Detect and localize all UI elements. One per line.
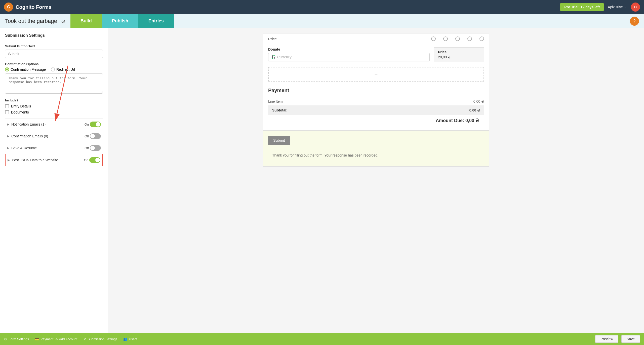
tab-bar: Build Publish Entries	[70, 14, 174, 28]
notification-toggle[interactable]: On	[85, 122, 101, 127]
price-box-label: Price	[438, 50, 480, 54]
line-item-row: Line Item 0,00 ₴	[268, 97, 484, 106]
payment-button[interactable]: 💳 Payment: ⚠ Add Account	[35, 337, 77, 341]
submit-button-input[interactable]	[5, 50, 103, 58]
form-settings-button[interactable]: ⚙ Form Settings	[4, 337, 29, 341]
confirmation-emails-row[interactable]: ▶ Confirmation Emails (0) Off	[5, 130, 103, 142]
documents-checkbox[interactable]: Documents	[5, 110, 103, 114]
currency-icon: 💱	[271, 55, 276, 59]
arrow-right-icon: ▶	[7, 146, 9, 150]
apixdrive-button[interactable]: ApixDrive ⌄	[608, 5, 627, 9]
save-button[interactable]: Save	[621, 335, 640, 343]
submit-area: Submit Thank you for filling out the for…	[263, 130, 489, 166]
line-item-label: Line Item	[268, 99, 283, 103]
post-json-toggle[interactable]: On	[84, 157, 100, 163]
toggle-off-label: Off	[85, 146, 89, 150]
price-radio-options	[431, 36, 484, 41]
price-box-value: 20,00 ₴	[438, 55, 480, 59]
users-button[interactable]: 👥 Users	[123, 337, 137, 341]
payment-icon: 💳	[35, 337, 39, 341]
check-circle-icon[interactable]: ⊙	[61, 18, 65, 24]
form-preview: Price Donate 💱 Currency	[263, 33, 489, 167]
gear-icon: ⚙	[4, 337, 7, 341]
price-radio-3[interactable]	[455, 36, 460, 41]
entry-details-checkbox[interactable]: Entry Details	[5, 104, 103, 108]
post-json-row[interactable]: ▶ Post JSON Data to a Website On	[5, 154, 103, 166]
toggle-on-label: On	[85, 123, 89, 126]
pro-trial-button[interactable]: Pro Trial: 12 days left	[560, 3, 604, 11]
logo-area: C Cognito Forms	[4, 3, 51, 12]
submission-icon: ↗	[83, 337, 86, 341]
toggle-thumb	[96, 122, 100, 127]
tab-publish[interactable]: Publish	[102, 14, 138, 28]
notification-emails-row[interactable]: ▶ Notification Emails (1) On	[5, 118, 103, 130]
confirmation-message-radio[interactable]: Confirmation Message	[5, 67, 46, 71]
left-panel: Submission Settings Submit Button Text C…	[0, 28, 108, 333]
currency-placeholder: Currency	[277, 55, 292, 59]
help-button[interactable]: ?	[630, 17, 639, 26]
bottom-right: Preview Save	[595, 335, 640, 343]
toggle-track[interactable]	[89, 157, 100, 163]
subtotal-label: Subtotal:	[272, 108, 288, 112]
radio-unselected-icon	[51, 67, 55, 71]
app-name: Cognito Forms	[16, 4, 51, 10]
arrow-right-icon: ▶	[8, 158, 10, 162]
submit-button[interactable]: Submit	[268, 136, 290, 145]
currency-input[interactable]: 💱 Currency	[268, 53, 430, 61]
chevron-down-icon: ⌄	[624, 5, 627, 9]
tab-entries[interactable]: Entries	[138, 14, 174, 28]
save-resume-label: Save & Resume	[11, 146, 85, 150]
main-layout: Submission Settings Submit Button Text C…	[0, 28, 644, 333]
price-radio-1[interactable]	[431, 36, 436, 41]
form-title: Took out the garbage	[5, 18, 57, 24]
donate-row: Donate 💱 Currency Price 20,00 ₴	[263, 44, 489, 65]
save-resume-toggle[interactable]: Off	[85, 145, 101, 151]
payment-section: Payment Line Item 0,00 ₴ Subtotal: 0,00 …	[263, 84, 489, 130]
checkbox-icon	[5, 104, 9, 108]
toggle-thumb	[90, 134, 95, 138]
checkbox-icon	[5, 110, 9, 114]
line-item-value: 0,00 ₴	[473, 99, 484, 103]
add-field-button[interactable]: +	[268, 67, 484, 82]
toggle-thumb	[95, 158, 100, 162]
save-resume-row[interactable]: ▶ Save & Resume Off	[5, 142, 103, 154]
toggle-track[interactable]	[90, 133, 101, 139]
confirmation-text: Thank you for filling out the form. Your…	[268, 149, 484, 161]
price-radio-5[interactable]	[479, 36, 484, 41]
users-icon: 👥	[123, 337, 127, 341]
toggle-on-label: On	[84, 158, 88, 162]
amount-due: Amount Due: 0,00 ₴	[268, 115, 484, 126]
donate-label: Donate	[268, 47, 430, 51]
post-json-label: Post JSON Data to a Website	[12, 158, 84, 162]
price-radio-2[interactable]	[443, 36, 448, 41]
price-box: Price 20,00 ₴	[434, 47, 484, 62]
notification-emails-label: Notification Emails (1)	[11, 122, 85, 126]
donate-col: Donate 💱 Currency	[268, 47, 430, 62]
user-avatar[interactable]: D	[631, 3, 640, 12]
confirmation-emails-toggle[interactable]: Off	[85, 133, 101, 139]
section-title: Submission Settings	[5, 33, 103, 40]
price-row: Price	[263, 33, 489, 44]
include-section: Include? Entry Details Documents	[5, 98, 103, 114]
form-title-bar: Took out the garbage ⊙ Build Publish Ent…	[0, 14, 644, 28]
toggle-track[interactable]	[90, 145, 101, 151]
preview-button[interactable]: Preview	[595, 335, 618, 343]
submit-button-label: Submit Button Text	[5, 44, 103, 48]
subtotal-value: 0,00 ₴	[469, 108, 480, 112]
top-navigation: C Cognito Forms Pro Trial: 12 days left …	[0, 0, 644, 14]
include-label: Include?	[5, 98, 103, 102]
confirmation-textarea[interactable]: Thank you for filling out the form. Your…	[5, 73, 103, 94]
submission-settings-button[interactable]: ↗ Submission Settings	[83, 337, 117, 341]
payment-title: Payment	[268, 88, 484, 93]
confirmation-message-label: Confirmation Message	[11, 67, 46, 71]
confirmation-radio-group: Confirmation Message Redirect Url	[5, 67, 103, 71]
confirmation-emails-label: Confirmation Emails (0)	[11, 134, 85, 138]
right-panel: Price Donate 💱 Currency	[108, 28, 644, 333]
toggle-track[interactable]	[90, 122, 101, 127]
tab-build[interactable]: Build	[70, 14, 102, 28]
arrow-right-icon: ▶	[7, 134, 9, 138]
price-radio-4[interactable]	[467, 36, 472, 41]
bottom-bar: ⚙ Form Settings 💳 Payment: ⚠ Add Account…	[0, 333, 644, 345]
top-nav-right: Pro Trial: 12 days left ApixDrive ⌄ D	[560, 3, 640, 12]
redirect-url-radio[interactable]: Redirect Url	[51, 67, 75, 71]
